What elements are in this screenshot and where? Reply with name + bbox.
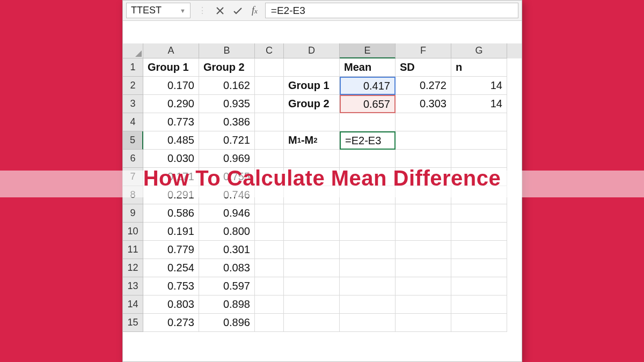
- cell-B8[interactable]: 0.746: [199, 186, 255, 204]
- cell-D11[interactable]: [284, 241, 340, 259]
- cell-B3[interactable]: 0.935: [199, 95, 255, 113]
- cell-F3[interactable]: 0.303: [396, 95, 451, 113]
- cell-G10[interactable]: [451, 223, 507, 241]
- cell-A4[interactable]: 0.773: [143, 113, 199, 131]
- cell-B2[interactable]: 0.162: [199, 77, 255, 95]
- cell-B5[interactable]: 0.721: [199, 131, 255, 150]
- cell-D3[interactable]: Group 2: [284, 95, 340, 113]
- cell-D9[interactable]: [284, 204, 340, 223]
- cell-C14[interactable]: [255, 295, 284, 314]
- col-header-C[interactable]: C: [255, 43, 284, 58]
- enter-icon[interactable]: [233, 7, 242, 14]
- cell-C12[interactable]: [255, 259, 284, 277]
- cell-F6[interactable]: [396, 150, 451, 168]
- cell-G11[interactable]: [451, 241, 507, 259]
- cell-D14[interactable]: [284, 295, 340, 314]
- cell-C6[interactable]: [255, 150, 284, 168]
- cell-B11[interactable]: 0.301: [199, 241, 255, 259]
- cell-G12[interactable]: [451, 259, 507, 277]
- cell-F13[interactable]: [396, 277, 451, 295]
- cell-C5[interactable]: [255, 131, 284, 150]
- cell-D1[interactable]: [284, 58, 340, 77]
- cell-E14[interactable]: [340, 295, 396, 314]
- cell-A9[interactable]: 0.586: [143, 204, 199, 223]
- cell-D10[interactable]: [284, 223, 340, 241]
- row-header[interactable]: 6: [123, 150, 143, 168]
- cell-F11[interactable]: [396, 241, 451, 259]
- cell-E9[interactable]: [340, 204, 396, 223]
- row-header[interactable]: 4: [123, 113, 143, 131]
- cell-G8[interactable]: [451, 186, 507, 204]
- col-header-F[interactable]: F: [396, 43, 451, 58]
- cell-B13[interactable]: 0.597: [199, 277, 255, 295]
- cell-C7[interactable]: [255, 168, 284, 186]
- cell-G4[interactable]: [451, 113, 507, 131]
- cell-B14[interactable]: 0.898: [199, 295, 255, 314]
- name-box-dropdown-icon[interactable]: ▼: [180, 8, 186, 14]
- select-all-corner[interactable]: [123, 43, 143, 58]
- row-header[interactable]: 3: [123, 95, 143, 113]
- cell-E3[interactable]: 0.657: [340, 95, 396, 113]
- cell-E1[interactable]: Mean: [340, 58, 396, 77]
- cell-E8[interactable]: [340, 186, 396, 204]
- cell-E6[interactable]: [340, 150, 396, 168]
- cell-A11[interactable]: 0.779: [143, 241, 199, 259]
- fx-icon[interactable]: fx: [252, 5, 258, 16]
- cell-C10[interactable]: [255, 223, 284, 241]
- cell-F2[interactable]: 0.272: [396, 77, 451, 95]
- cell-D4[interactable]: [284, 113, 340, 131]
- row-header[interactable]: 7: [123, 168, 143, 186]
- cell-A8[interactable]: 0.291: [143, 186, 199, 204]
- row-header[interactable]: 1: [123, 58, 143, 77]
- cell-A14[interactable]: 0.803: [143, 295, 199, 314]
- cell-A3[interactable]: 0.290: [143, 95, 199, 113]
- cell-C3[interactable]: [255, 95, 284, 113]
- formula-input[interactable]: =E2-E3: [265, 3, 518, 18]
- row-header[interactable]: 10: [123, 223, 143, 241]
- cell-C11[interactable]: [255, 241, 284, 259]
- cell-B4[interactable]: 0.386: [199, 113, 255, 131]
- cell-G2[interactable]: 14: [451, 77, 507, 95]
- cell-A1[interactable]: Group 1: [143, 58, 199, 77]
- row-header[interactable]: 11: [123, 241, 143, 259]
- cell-G13[interactable]: [451, 277, 507, 295]
- cell-F8[interactable]: [396, 186, 451, 204]
- cell-G7[interactable]: [451, 168, 507, 186]
- cell-C4[interactable]: [255, 113, 284, 131]
- cell-G9[interactable]: [451, 204, 507, 223]
- cell-G1[interactable]: n: [451, 58, 507, 77]
- cell-D6[interactable]: [284, 150, 340, 168]
- cell-E7[interactable]: [340, 168, 396, 186]
- cell-F5[interactable]: [396, 131, 451, 150]
- cell-E15[interactable]: [340, 314, 396, 332]
- cell-F1[interactable]: SD: [396, 58, 451, 77]
- cell-A10[interactable]: 0.191: [143, 223, 199, 241]
- cell-B9[interactable]: 0.946: [199, 204, 255, 223]
- cell-D8[interactable]: [284, 186, 340, 204]
- cell-G14[interactable]: [451, 295, 507, 314]
- cell-A7[interactable]: 0.171: [143, 168, 199, 186]
- cell-C15[interactable]: [255, 314, 284, 332]
- row-header[interactable]: 8: [123, 186, 143, 204]
- cell-F12[interactable]: [396, 259, 451, 277]
- cell-C8[interactable]: [255, 186, 284, 204]
- cell-C9[interactable]: [255, 204, 284, 223]
- cell-A5[interactable]: 0.485: [143, 131, 199, 150]
- cell-D2[interactable]: Group 1: [284, 77, 340, 95]
- cell-B12[interactable]: 0.083: [199, 259, 255, 277]
- cell-F9[interactable]: [396, 204, 451, 223]
- cancel-icon[interactable]: [216, 7, 224, 14]
- col-header-B[interactable]: B: [199, 43, 255, 58]
- spreadsheet-grid[interactable]: A B C D E F G 1 Group 1 Group 2 Mean SD …: [123, 21, 522, 361]
- cell-A2[interactable]: 0.170: [143, 77, 199, 95]
- cell-C1[interactable]: [255, 58, 284, 77]
- cell-B7[interactable]: 0.755: [199, 168, 255, 186]
- cell-G5[interactable]: [451, 131, 507, 150]
- row-header[interactable]: 5: [123, 131, 143, 150]
- cell-B10[interactable]: 0.800: [199, 223, 255, 241]
- cell-D13[interactable]: [284, 277, 340, 295]
- col-header-D[interactable]: D: [284, 43, 340, 58]
- cell-G15[interactable]: [451, 314, 507, 332]
- cell-E12[interactable]: [340, 259, 396, 277]
- col-header-G[interactable]: G: [451, 43, 507, 58]
